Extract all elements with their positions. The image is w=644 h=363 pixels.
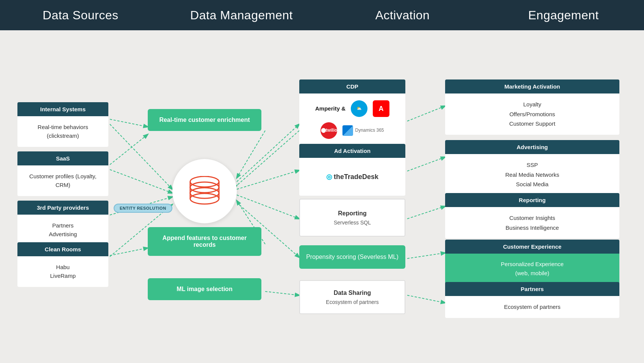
svg-line-17 xyxy=(407,206,445,219)
marketing-activation-body: Loyalty Offers/Promotions Customer Suppo… xyxy=(445,93,619,135)
internal-systems-text: Real-time behaviors (clickstream) xyxy=(38,124,88,139)
center-stack-icon xyxy=(172,159,237,223)
clean-rooms-body: Habu LiveRamp xyxy=(17,256,108,287)
reporting-text: Customer Insights Business Intelligence xyxy=(506,215,559,231)
advertising-eng-box: Advertising SSP Real Media Networks Soci… xyxy=(445,140,619,195)
propensity-box: Propensity scoring (Severless ML) xyxy=(299,245,405,269)
clean-rooms-line2: LiveRamp xyxy=(50,273,76,279)
cdp-box: CDP Amperity & ⛅ A ⬤twilio Dynamics 365 xyxy=(299,79,405,146)
svg-line-15 xyxy=(407,106,445,121)
third-party-box: 3rd Party providers Partners Advertising xyxy=(17,201,108,245)
append-features-box: Append features to customer records xyxy=(148,227,261,256)
clean-rooms-box: Clean Rooms Habu LiveRamp xyxy=(17,242,108,287)
svg-line-4 xyxy=(110,119,148,127)
svg-line-1 xyxy=(110,170,172,193)
ad-activation-title: Ad Activation xyxy=(334,148,370,154)
cdp-title: CDP xyxy=(346,83,358,90)
third-party-title: 3rd Party providers xyxy=(37,204,89,211)
data-sharing-body: Data Sharing Ecosystem of partners xyxy=(299,280,405,314)
reporting-body: Customer Insights Business Intelligence xyxy=(445,207,619,238)
reporting-activation-box: Reporting Serverless SQL xyxy=(299,199,405,237)
cdp-body: Amperity & ⛅ A ⬤twilio Dynamics 365 xyxy=(299,93,405,146)
partners-title: Partners xyxy=(521,286,544,292)
svg-line-11 xyxy=(237,170,299,189)
svg-line-10 xyxy=(237,131,299,185)
ad-activation-box: Ad Activation ◎ theTradeDesk xyxy=(299,144,405,196)
advertising-text: SSP Real Media Networks Social Media xyxy=(505,162,560,187)
cx-header: Customer Experience xyxy=(445,240,619,254)
svg-line-14 xyxy=(265,291,299,295)
cx-title: Customer Experience xyxy=(503,243,561,250)
advertising-header: Advertising xyxy=(445,140,619,154)
third-party-line1: Partners xyxy=(52,222,74,229)
saas-box: SaaS Customer profiles (Loyalty, CRM) xyxy=(17,151,108,196)
svg-line-9 xyxy=(237,124,299,182)
svg-line-7 xyxy=(237,131,265,178)
realtime-enrichment-box: Real-time customer enrichment xyxy=(148,109,261,131)
header-col-activation: Activation xyxy=(322,8,483,22)
marketing-activation-text: Loyalty Offers/Promotions Customer Suppo… xyxy=(509,101,555,127)
dynamics-logo: Dynamics 365 xyxy=(342,125,384,136)
propensity-text: Propensity scoring (Severless ML) xyxy=(306,254,399,260)
marketing-activation-header: Marketing Activation xyxy=(445,79,619,93)
dynamics-icon xyxy=(342,125,353,136)
third-party-body: Partners Advertising xyxy=(17,215,108,245)
cdp-header: CDP xyxy=(299,79,405,93)
main-diagram: Internal Systems Real-time behaviors (cl… xyxy=(0,30,644,363)
realtime-enrichment-text: Real-time customer enrichment xyxy=(159,117,250,123)
data-sharing-box: Data Sharing Ecosystem of partners xyxy=(299,280,405,314)
svg-line-16 xyxy=(407,157,445,171)
partners-body: Ecosystem of partners xyxy=(445,296,619,318)
clean-rooms-header: Clean Rooms xyxy=(17,242,108,256)
header-col-engagement: Engagement xyxy=(483,8,644,22)
internal-systems-title: Internal Systems xyxy=(40,106,86,112)
saas-header: SaaS xyxy=(17,151,108,165)
clean-rooms-line1: Habu xyxy=(56,264,70,270)
header-data-sources-label: Data Sources xyxy=(43,8,119,22)
reporting-activation-line1: Reporting xyxy=(338,209,367,218)
cx-text: Personalized Experience (web, mobile) xyxy=(501,261,564,276)
marketing-activation-eng-box: Marketing Activation Loyalty Offers/Prom… xyxy=(445,79,619,135)
reporting-eng-box: Reporting Customer Insights Business Int… xyxy=(445,193,619,238)
cdp-logos-bottom: ⬤twilio Dynamics 365 xyxy=(320,122,384,139)
append-features-text: Append features to customer records xyxy=(163,235,247,248)
internal-systems-body: Real-time behaviors (clickstream) xyxy=(17,116,108,147)
internal-systems-header: Internal Systems xyxy=(17,102,108,116)
header-engagement-label: Engagement xyxy=(528,8,599,22)
amperity-logo: Amperity & xyxy=(315,104,345,113)
svg-line-12 xyxy=(237,195,299,219)
cx-eng-box: Customer Experience Personalized Experie… xyxy=(445,240,619,284)
entity-badge-text: ENTITY RESOLUTION xyxy=(120,206,166,210)
advertising-body: SSP Real Media Networks Social Media xyxy=(445,154,619,195)
advertising-title: Advertising xyxy=(517,144,548,150)
clean-rooms-title: Clean Rooms xyxy=(45,246,81,252)
third-party-line2: Advertising xyxy=(49,231,77,237)
tradedesk-text: theTradeDesk xyxy=(334,171,378,182)
salesforce-logo: ⛅ xyxy=(351,100,367,117)
ml-image-text: ML image selection xyxy=(177,286,232,292)
reporting-activation-line2: Serverless SQL xyxy=(334,218,371,227)
adobe-logo: A xyxy=(373,100,389,117)
cdp-logos-top: Amperity & ⛅ A xyxy=(315,100,389,117)
dynamics-text: Dynamics 365 xyxy=(355,127,384,134)
data-sharing-line1: Data Sharing xyxy=(334,288,371,298)
reporting-title: Reporting xyxy=(519,197,546,203)
saas-body: Customer profiles (Loyalty, CRM) xyxy=(17,165,108,196)
header: Data Sources Data Management Activation … xyxy=(0,0,644,30)
reporting-header: Reporting xyxy=(445,193,619,207)
saas-title: SaaS xyxy=(56,155,70,162)
marketing-activation-title: Marketing Activation xyxy=(505,83,560,90)
header-activation-label: Activation xyxy=(375,8,430,22)
ad-activation-header: Ad Activation xyxy=(299,144,405,158)
reporting-activation-body: Reporting Serverless SQL xyxy=(299,199,405,237)
header-col-data-management: Data Management xyxy=(161,8,322,22)
header-data-management-label: Data Management xyxy=(190,8,293,22)
stack-svg xyxy=(188,176,222,206)
svg-line-5 xyxy=(110,134,148,165)
partners-header: Partners xyxy=(445,282,619,296)
twilio-logo: ⬤twilio xyxy=(320,122,337,139)
entity-resolution-badge: ENTITY RESOLUTION xyxy=(114,204,172,213)
saas-text: Customer profiles (Loyalty, CRM) xyxy=(29,173,96,188)
svg-line-6 xyxy=(110,248,148,256)
internal-systems-box: Internal Systems Real-time behaviors (cl… xyxy=(17,102,108,147)
